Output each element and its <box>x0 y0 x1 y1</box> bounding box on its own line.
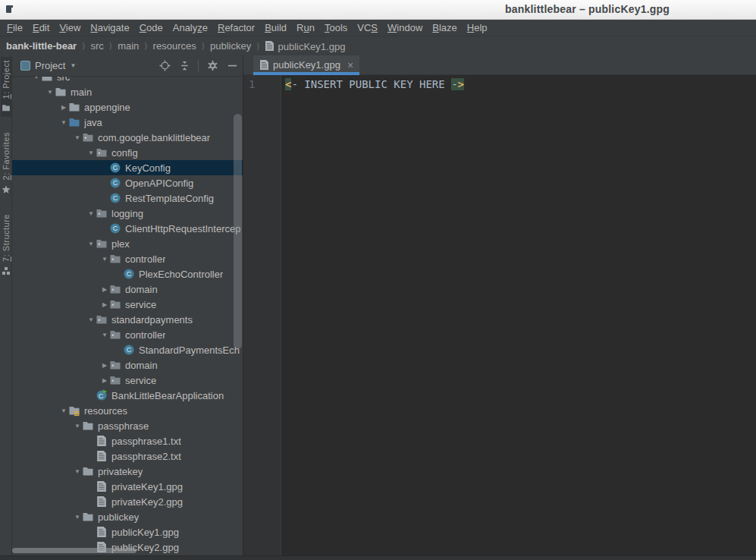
tree-item-passphrase[interactable]: ▼passphrase <box>12 418 243 433</box>
tree-item-src[interactable]: ▼src <box>12 77 243 84</box>
editor-area: publicKey1.gpg × 1 <- INSERT PUBLIC KEY … <box>243 55 756 555</box>
folder-icon <box>68 101 80 113</box>
menu-code[interactable]: Code <box>135 20 168 36</box>
hide-panel-icon[interactable] <box>226 60 238 72</box>
menu-build[interactable]: Build <box>260 20 291 36</box>
svg-text:C: C <box>127 270 132 278</box>
collapsed-arrow-icon[interactable]: ▶ <box>100 286 109 293</box>
expanded-arrow-icon[interactable]: ▼ <box>100 332 109 338</box>
expanded-arrow-icon[interactable]: ▼ <box>45 89 55 96</box>
tree-item-label: StandardPaymentsEch <box>139 344 240 356</box>
menu-navigate[interactable]: Navigate <box>86 20 133 36</box>
tool-button-favorites[interactable]: 2: Favorites <box>1 129 11 198</box>
breadcrumb-item-publickey[interactable]: publickey <box>210 40 251 52</box>
tree-item-controller[interactable]: ▼controller <box>12 251 243 266</box>
tree-item-service[interactable]: ▶service <box>12 373 243 388</box>
structure-icon <box>2 266 11 275</box>
tree-item-publickey[interactable]: ▼publickey <box>12 509 243 524</box>
project-view-selector[interactable]: Project <box>35 60 65 71</box>
star-icon <box>2 185 11 194</box>
expanded-arrow-icon[interactable]: ▼ <box>86 316 96 323</box>
expanded-arrow-icon[interactable]: ▼ <box>86 149 96 156</box>
code-line[interactable]: <- INSERT PUBLIC KEY HERE -> <box>281 75 464 555</box>
expanded-arrow-icon[interactable]: ▼ <box>59 407 68 414</box>
tree-horizontal-scrollbar[interactable] <box>12 548 136 553</box>
tree-item-label: passphrase <box>98 420 149 432</box>
collapsed-arrow-icon[interactable]: ▶ <box>100 301 109 308</box>
expanded-arrow-icon[interactable]: ▼ <box>32 77 41 80</box>
tree-item-standardpaymentsech[interactable]: CStandardPaymentsEch <box>12 342 243 357</box>
tree-item-service[interactable]: ▶service <box>12 297 243 312</box>
expanded-arrow-icon[interactable]: ▼ <box>59 119 68 126</box>
tree-item-privatekey2-gpg[interactable]: privateKey2.gpg <box>12 494 243 509</box>
tab-publickey1-gpg[interactable]: publicKey1.gpg × <box>253 55 359 74</box>
chevron-down-icon[interactable]: ▼ <box>70 62 76 69</box>
menu-refactor[interactable]: Refactor <box>213 20 259 36</box>
menu-analyze[interactable]: Analyze <box>168 20 212 36</box>
menu-view[interactable]: View <box>55 20 85 36</box>
menu-run[interactable]: Run <box>292 20 319 36</box>
menu-help[interactable]: Help <box>463 20 492 36</box>
tool-button-structure[interactable]: 7: Structure <box>1 211 11 280</box>
collapse-all-icon[interactable] <box>178 60 190 72</box>
angle-bracket-token: > <box>458 78 464 90</box>
tree-item-standardpayments[interactable]: ▼standardpayments <box>12 312 243 327</box>
breadcrumb-item-main[interactable]: main <box>118 40 139 52</box>
editor-gutter: 1 <box>243 75 281 555</box>
settings-gear-icon[interactable] <box>206 60 218 72</box>
tree-item-banklittlebearapplication[interactable]: CBankLittleBearApplication <box>12 388 243 403</box>
tree-item-controller[interactable]: ▼controller <box>12 327 243 342</box>
collapsed-arrow-icon[interactable]: ▶ <box>100 377 109 384</box>
collapsed-arrow-icon[interactable]: ▶ <box>59 104 68 111</box>
tree-item-resttemplateconfig[interactable]: CRestTemplateConfig <box>12 190 243 206</box>
chevron-right-icon: ⟩ <box>196 41 210 51</box>
code-text: - INSERT PUBLIC KEY HERE <box>291 78 451 90</box>
expanded-arrow-icon[interactable]: ▼ <box>73 423 82 429</box>
collapsed-arrow-icon[interactable]: ▶ <box>100 362 109 369</box>
tree-item-plexechocontroller[interactable]: CPlexEchoController <box>12 266 243 282</box>
tree-item-domain[interactable]: ▶domain <box>12 357 243 373</box>
menu-edit[interactable]: Edit <box>28 20 54 36</box>
tree-item-config[interactable]: ▼config <box>12 145 243 160</box>
tree-item-privatekey[interactable]: ▼privatekey <box>12 464 243 479</box>
tree-item-com-google-banklittlebear[interactable]: ▼com.google.banklittlebear <box>12 130 243 145</box>
tree-item-passphrase2-txt[interactable]: passphrase2.txt <box>12 448 243 464</box>
tree-item-privatekey1-gpg[interactable]: privateKey1.gpg <box>12 479 243 494</box>
tree-item-logging[interactable]: ▼logging <box>12 206 243 221</box>
expanded-arrow-icon[interactable]: ▼ <box>73 134 82 141</box>
menu-tools[interactable]: Tools <box>320 20 352 36</box>
expanded-arrow-icon[interactable]: ▼ <box>100 256 109 263</box>
menu-file[interactable]: File <box>2 20 27 36</box>
tree-item-resources[interactable]: ▼resources <box>12 403 243 418</box>
menu-bar: FileEditViewNavigateCodeAnalyzeRefactorB… <box>0 20 756 36</box>
class-icon: C <box>109 177 121 189</box>
expanded-arrow-icon[interactable]: ▼ <box>86 210 96 217</box>
breadcrumb-item-publickey1.gpg[interactable]: publicKey1.gpg <box>265 40 345 52</box>
tree-item-openapiconfig[interactable]: COpenAPIConfig <box>12 175 243 190</box>
expanded-arrow-icon[interactable]: ▼ <box>73 514 82 521</box>
tree-item-clienthttprequestintercep[interactable]: CClientHttpRequestIntercep <box>12 221 243 236</box>
close-icon[interactable]: × <box>347 60 353 71</box>
menu-vcs[interactable]: VCS <box>353 20 382 36</box>
tree-item-java[interactable]: ▼java <box>12 115 243 130</box>
breadcrumb-item-resources[interactable]: resources <box>153 40 196 52</box>
tree-item-publickey1-gpg[interactable]: publicKey1.gpg <box>12 524 243 540</box>
tree-item-plex[interactable]: ▼plex <box>12 236 243 251</box>
breadcrumb-item-src[interactable]: src <box>90 40 103 52</box>
locate-icon[interactable] <box>158 60 171 72</box>
tree-item-keyconfig[interactable]: CKeyConfig <box>12 160 243 175</box>
tree-item-passphrase1-txt[interactable]: passphrase1.txt <box>12 433 243 448</box>
expanded-arrow-icon[interactable]: ▼ <box>73 468 82 475</box>
tree-item-label: appengine <box>84 102 130 113</box>
menu-blaze[interactable]: Blaze <box>428 20 462 36</box>
expanded-arrow-icon[interactable]: ▼ <box>86 241 96 247</box>
editor[interactable]: 1 <- INSERT PUBLIC KEY HERE -> <box>243 75 756 555</box>
tree-item-domain[interactable]: ▶domain <box>12 282 243 297</box>
tool-button-project[interactable]: 1: Project <box>1 57 11 117</box>
menu-window[interactable]: Window <box>383 20 427 36</box>
tree-item-main[interactable]: ▼main <box>12 84 243 99</box>
svg-text:C: C <box>99 392 104 400</box>
tree-vertical-scrollbar[interactable] <box>234 114 242 349</box>
breadcrumb-item-bank-little-bear[interactable]: bank-little-bear <box>6 40 77 52</box>
tree-item-appengine[interactable]: ▶appengine <box>12 99 243 115</box>
